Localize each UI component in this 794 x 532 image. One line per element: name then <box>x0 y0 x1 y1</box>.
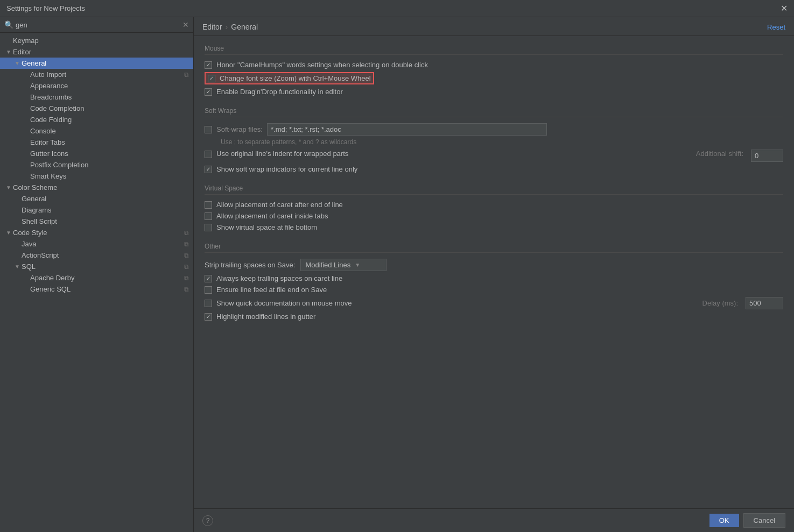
sidebar-item-appearance[interactable]: Appearance <box>0 80 193 91</box>
checkbox-caret-end-of-line[interactable] <box>205 201 212 209</box>
checkbox-highlight-modified[interactable] <box>205 313 212 321</box>
option-label-keep-trailing-spaces: Always keep trailing spaces on caret lin… <box>216 274 342 282</box>
option-drag-drop: Enable Drag'n'Drop functionality in edit… <box>205 86 783 97</box>
content-body: Mouse Honor "CamelHumps" words settings … <box>194 36 794 508</box>
sidebar-item-code-folding[interactable]: Code Folding <box>0 114 193 125</box>
sidebar-item-code-style[interactable]: ▼ Code Style ⧉ <box>0 227 193 238</box>
sidebar-item-label: Console <box>30 127 189 135</box>
sidebar-item-label: Editor Tabs <box>30 138 189 146</box>
option-soft-wrap-indicators: Show soft wrap indicators for current li… <box>205 164 783 175</box>
sidebar-item-editor-tabs[interactable]: Editor Tabs <box>0 137 193 148</box>
sidebar-item-label: Auto Import <box>30 70 182 79</box>
sidebar-item-shell-script[interactable]: Shell Script <box>0 216 193 227</box>
virtual-space-section: Virtual Space Allow placement of caret a… <box>205 185 783 233</box>
sidebar-item-diagrams[interactable]: Diagrams <box>0 204 193 216</box>
checkbox-keep-trailing-spaces[interactable] <box>205 275 212 282</box>
soft-wrap-files-row: Soft-wrap files: <box>205 122 783 137</box>
other-section-title: Other <box>205 243 783 253</box>
search-input[interactable] <box>16 21 180 29</box>
option-highlight-modified: Highlight modified lines in gutter <box>205 311 783 322</box>
delay-input[interactable] <box>746 297 783 309</box>
sidebar-item-label: Appearance <box>30 82 189 90</box>
sidebar-item-label: Breadcrumbs <box>30 93 189 101</box>
option-label-soft-wrap-indicators: Show soft wrap indicators for current li… <box>216 165 357 173</box>
strip-trailing-spaces-dropdown[interactable]: Modified Lines ▼ <box>300 259 387 271</box>
help-button[interactable]: ? <box>202 515 213 526</box>
checkbox-caret-inside-tabs[interactable] <box>205 212 212 220</box>
sidebar-item-label: Gutter Icons <box>30 150 189 158</box>
sidebar-item-generic-sql[interactable]: Generic SQL ⧉ <box>0 283 193 295</box>
sidebar-item-sql[interactable]: ▼ SQL ⧉ <box>0 261 193 272</box>
mouse-section: Mouse Honor "CamelHumps" words settings … <box>205 45 783 97</box>
checkbox-soft-wrap-indicators[interactable] <box>205 166 212 173</box>
sidebar-item-auto-import[interactable]: Auto Import ⧉ <box>0 69 193 80</box>
option-caret-end-of-line: Allow placement of caret after end of li… <box>205 199 783 210</box>
sidebar-item-breadcrumbs[interactable]: Breadcrumbs <box>0 91 193 103</box>
breadcrumb-parent: Editor <box>202 23 222 31</box>
option-original-indent: Use original line's indent for wrapped p… <box>205 148 783 164</box>
strip-trailing-spaces-row: Strip trailing spaces on Save: Modified … <box>205 257 783 273</box>
sidebar-item-color-scheme[interactable]: ▼ Color Scheme <box>0 182 193 193</box>
sidebar-item-label: Smart Keys <box>30 172 189 180</box>
sidebar-item-gutter-icons[interactable]: Gutter Icons <box>0 148 193 159</box>
clear-search-icon[interactable]: ✕ <box>182 20 189 29</box>
checkbox-virtual-space-bottom[interactable] <box>205 224 212 231</box>
sidebar-item-console[interactable]: Console <box>0 125 193 137</box>
sidebar: 🔍 ✕ Keymap ▼ Editor ▼ General <box>0 17 194 532</box>
sidebar-item-cs-general[interactable]: General <box>0 193 193 204</box>
sidebar-item-keymap[interactable]: Keymap <box>0 35 193 46</box>
sidebar-item-label: Code Style <box>13 229 182 237</box>
soft-wraps-section: Soft Wraps Soft-wrap files: Use ; to sep… <box>205 107 783 175</box>
highlighted-option-row: Change font size (Zoom) with Ctrl+Mouse … <box>205 72 374 84</box>
checkbox-drag-drop[interactable] <box>205 88 212 96</box>
option-label-drag-drop: Enable Drag'n'Drop functionality in edit… <box>216 88 343 96</box>
option-virtual-space-bottom: Show virtual space at file bottom <box>205 222 783 233</box>
soft-wraps-section-title: Soft Wraps <box>205 107 783 117</box>
sidebar-item-label: Java <box>22 240 182 248</box>
checkbox-quick-documentation[interactable] <box>205 300 212 307</box>
search-bar: 🔍 ✕ <box>0 17 193 33</box>
checkbox-soft-wrap-files[interactable] <box>205 126 212 133</box>
search-icon: 🔍 <box>4 20 13 29</box>
checkbox-ensure-line-feed[interactable] <box>205 286 212 294</box>
option-label-virtual-space-bottom: Show virtual space at file bottom <box>216 223 317 231</box>
sidebar-item-apache-derby[interactable]: Apache Derby ⧉ <box>0 272 193 283</box>
option-quick-documentation: Show quick documentation on mouse move D… <box>205 295 783 311</box>
additional-shift-input[interactable] <box>751 150 783 162</box>
option-keep-trailing-spaces: Always keep trailing spaces on caret lin… <box>205 273 783 284</box>
ok-button[interactable]: OK <box>709 514 739 527</box>
option-label-ensure-line-feed: Ensure line feed at file end on Save <box>216 286 327 294</box>
mouse-section-title: Mouse <box>205 45 783 55</box>
sidebar-item-label: Shell Script <box>22 217 189 225</box>
close-icon[interactable]: ✕ <box>781 3 788 13</box>
sidebar-item-label: Code Folding <box>30 116 189 124</box>
arrow-icon: ▼ <box>13 264 22 269</box>
sidebar-item-code-completion[interactable]: Code Completion <box>0 103 193 114</box>
copy-icon: ⧉ <box>184 274 189 282</box>
sidebar-item-general[interactable]: ▼ General <box>0 58 193 69</box>
bottom-bar: ? OK Cancel <box>194 508 794 532</box>
copy-icon: ⧉ <box>184 263 189 271</box>
option-label-caret-inside-tabs: Allow placement of caret inside tabs <box>216 212 328 220</box>
option-ensure-line-feed: Ensure line feed at file end on Save <box>205 284 783 295</box>
checkbox-camel-humps[interactable] <box>205 61 212 69</box>
sidebar-item-postfix-completion[interactable]: Postfix Completion <box>0 159 193 171</box>
copy-icon: ⧉ <box>184 229 189 237</box>
sidebar-item-label: Editor <box>13 48 189 56</box>
checkbox-change-font-size[interactable] <box>208 75 215 82</box>
sidebar-item-label: Apache Derby <box>30 274 182 282</box>
sidebar-item-editor[interactable]: ▼ Editor <box>0 46 193 58</box>
sidebar-item-actionscript[interactable]: ActionScript ⧉ <box>0 250 193 261</box>
option-camel-humps: Honor "CamelHumps" words settings when s… <box>205 59 783 70</box>
sidebar-item-smart-keys[interactable]: Smart Keys <box>0 171 193 182</box>
sidebar-item-label: General <box>22 59 189 67</box>
cancel-button[interactable]: Cancel <box>743 513 785 528</box>
sidebar-item-label: Diagrams <box>22 206 189 214</box>
sidebar-item-label: SQL <box>22 263 182 271</box>
reset-button[interactable]: Reset <box>767 23 785 31</box>
soft-wrap-files-input[interactable] <box>267 123 547 136</box>
sidebar-item-label: Keymap <box>13 37 189 45</box>
checkbox-original-indent[interactable] <box>205 151 212 158</box>
sidebar-item-java[interactable]: Java ⧉ <box>0 238 193 250</box>
copy-icon: ⧉ <box>184 71 189 79</box>
